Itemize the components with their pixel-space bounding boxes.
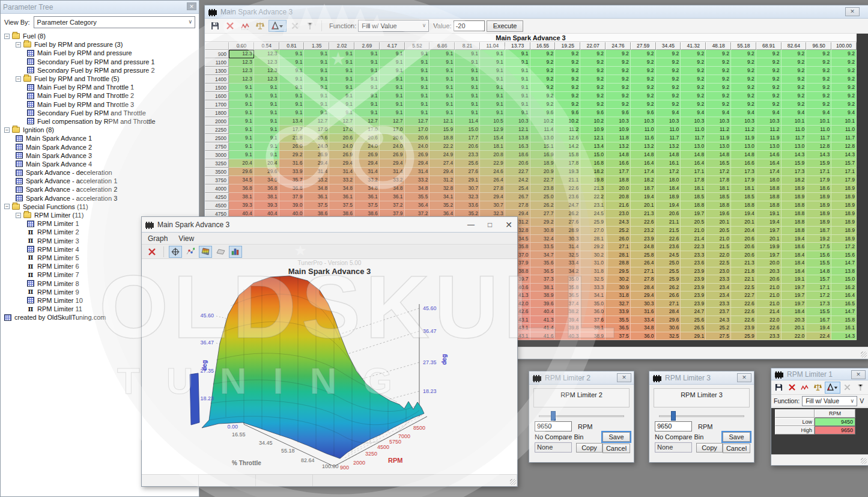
table-cell[interactable]: 9.1: [380, 109, 405, 117]
table-cell[interactable]: 20.3: [782, 316, 807, 325]
table-cell[interactable]: 19.7: [782, 291, 807, 300]
tree-item[interactable]: Main Spark Advance 2: [1, 142, 199, 151]
tree-item[interactable]: Main Fuel by RPM and Throttle 2: [1, 91, 199, 100]
table-cell[interactable]: 33.2: [354, 176, 380, 184]
column-header[interactable]: 68.91: [756, 42, 782, 50]
table-cell[interactable]: 9.2: [756, 58, 782, 67]
table-cell[interactable]: 10.1: [806, 117, 831, 126]
table-cell[interactable]: 34.5: [229, 176, 254, 184]
row-header[interactable]: Low: [775, 418, 815, 426]
menu-graph[interactable]: Graph: [148, 234, 168, 243]
table-cell[interactable]: 9.1: [480, 75, 505, 84]
tree-item[interactable]: Fuel compensation by RPM and Throttle: [1, 117, 199, 126]
table-cell[interactable]: 11.4: [455, 117, 480, 126]
table-cell[interactable]: 9.4: [806, 109, 831, 117]
table-cell[interactable]: 27.1: [631, 267, 656, 276]
table-cell[interactable]: 9.1: [480, 84, 505, 92]
table-cell[interactable]: 22.6: [555, 184, 580, 193]
table-cell[interactable]: 21.3: [731, 259, 756, 267]
close-icon[interactable]: ✕: [617, 373, 631, 382]
table-cell[interactable]: 12.9: [480, 126, 505, 134]
table-cell[interactable]: 18.9: [806, 193, 831, 201]
table-cell[interactable]: 37.4: [555, 300, 580, 308]
table-cell[interactable]: 9.1: [380, 92, 405, 100]
table-cell[interactable]: 39.8: [555, 324, 580, 332]
table-cell[interactable]: 25.0: [656, 259, 681, 267]
table-cell[interactable]: 9.1: [254, 84, 279, 92]
row-header[interactable]: 1100: [205, 58, 229, 67]
table-cell[interactable]: 27.1: [605, 243, 631, 251]
table-cell[interactable]: 9.2: [530, 100, 556, 109]
table-cell[interactable]: 13.0: [706, 142, 731, 151]
table-cell[interactable]: 24.7: [681, 308, 706, 316]
table-cell[interactable]: 11.6: [631, 134, 656, 142]
table-cell[interactable]: 14.8: [656, 151, 681, 159]
table-cell[interactable]: 9.2: [530, 75, 556, 84]
table-cell[interactable]: 18.9: [806, 218, 831, 227]
surface-chart-icon[interactable]: [199, 246, 212, 258]
table-cell[interactable]: 22.6: [731, 308, 756, 316]
column-header[interactable]: 41.32: [681, 42, 706, 50]
table-cell[interactable]: 9.1: [279, 84, 305, 92]
table-cell[interactable]: 35.7: [279, 176, 305, 184]
table-cell[interactable]: 23.6: [681, 259, 706, 267]
table-cell[interactable]: 35.5: [605, 316, 631, 325]
table-cell[interactable]: 20.9: [530, 168, 556, 176]
table-cell[interactable]: 9.2: [706, 100, 731, 109]
table-cell[interactable]: 9.2: [706, 92, 731, 100]
table-cell[interactable]: 17.9: [831, 176, 857, 184]
table-cell[interactable]: 20.6: [505, 159, 530, 168]
table-cell[interactable]: 9.2: [782, 58, 807, 67]
row-header[interactable]: 2000: [205, 117, 229, 126]
save-icon[interactable]: [208, 20, 222, 32]
table-cell[interactable]: 9.1: [429, 58, 455, 67]
table-cell[interactable]: 9.1: [505, 92, 530, 100]
table-cell[interactable]: 20.6: [731, 235, 756, 243]
table-cell[interactable]: 19.1: [756, 210, 782, 218]
table-cell[interactable]: 9.2: [605, 50, 631, 58]
cancel-button[interactable]: Cancel: [723, 444, 750, 453]
table-cell[interactable]: 31.4: [329, 168, 354, 176]
table-cell[interactable]: 9.2: [782, 67, 807, 75]
table-cell[interactable]: 9.1: [304, 58, 329, 67]
table-cell[interactable]: 17.3: [782, 168, 807, 176]
table-cell[interactable]: 13.2: [656, 142, 681, 151]
table-cell[interactable]: 29.4: [380, 159, 405, 168]
table-cell[interactable]: 31.4: [354, 168, 380, 176]
table-cell[interactable]: 31.6: [631, 308, 656, 316]
table-cell[interactable]: 12.7: [329, 117, 354, 126]
table-cell[interactable]: 21.8: [279, 134, 305, 142]
table-cell[interactable]: 36.0: [631, 332, 656, 341]
table-cell[interactable]: 9.6: [555, 109, 580, 117]
table-cell[interactable]: 9.2: [580, 75, 605, 84]
table-cell[interactable]: 26.6: [656, 291, 681, 300]
column-header[interactable]: 96.50: [806, 42, 831, 50]
table-cell[interactable]: 10.1: [831, 117, 857, 126]
tree-item[interactable]: −Fuel (8): [1, 32, 199, 40]
table-cell[interactable]: 26.7: [505, 193, 530, 201]
table-cell[interactable]: 17.7: [455, 134, 480, 142]
table-cell[interactable]: 25.9: [731, 332, 756, 341]
column-header[interactable]: 6.86: [429, 42, 455, 50]
table-cell[interactable]: 29.2: [580, 243, 605, 251]
table-cell[interactable]: 30.6: [656, 324, 681, 332]
table-cell[interactable]: 34.8: [329, 184, 354, 193]
table-cell[interactable]: 9.2: [806, 58, 831, 67]
table-cell[interactable]: 9.2: [530, 84, 556, 92]
table-cell[interactable]: 20.6: [756, 275, 782, 284]
table-cell[interactable]: 25.9: [580, 218, 605, 227]
table-cell[interactable]: 34.1: [429, 193, 455, 201]
histogram-icon[interactable]: [229, 246, 242, 258]
table-cell[interactable]: 38.9: [530, 291, 556, 300]
table-cell[interactable]: 9.1: [429, 109, 455, 117]
column-header[interactable]: 4.17: [380, 42, 405, 50]
table-cell[interactable]: 36.8: [254, 184, 279, 193]
table-cell[interactable]: 9.1: [354, 50, 380, 58]
table-cell[interactable]: 32.3: [455, 193, 480, 201]
table-cell[interactable]: 9.2: [530, 67, 556, 75]
table-cell[interactable]: 9.2: [555, 58, 580, 67]
table-cell[interactable]: 18.6: [782, 243, 807, 251]
table-cell[interactable]: 40.4: [530, 308, 556, 316]
table-cell[interactable]: 15.4: [480, 134, 505, 142]
table-cell[interactable]: 34.8: [354, 184, 380, 193]
